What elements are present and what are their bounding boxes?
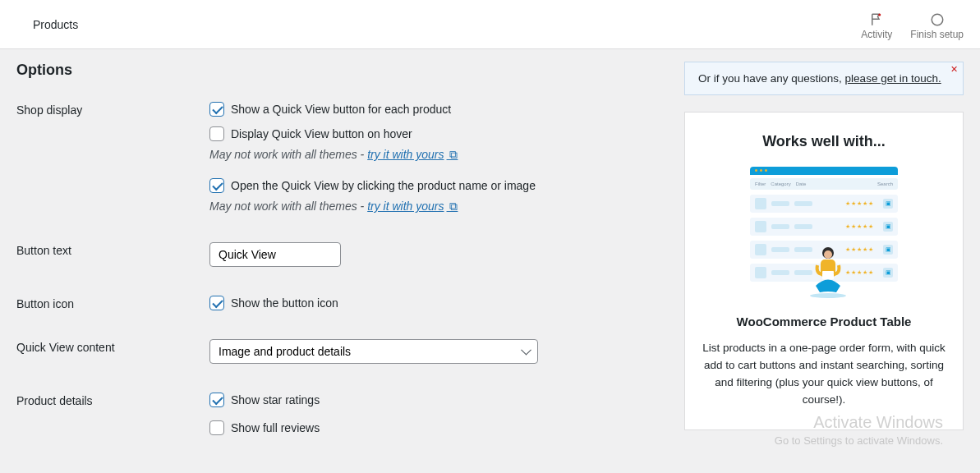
svg-point-2	[810, 293, 846, 298]
external-link-icon: ⧉	[447, 200, 458, 213]
external-link-icon: ⧉	[447, 148, 458, 161]
quick-view-content-select[interactable]: Image and product details	[209, 339, 538, 364]
display-on-hover-label: Display Quick View button on hover	[231, 127, 412, 140]
button-icon-row: Button icon Show the button icon	[16, 296, 668, 310]
info-box: ✕ Or if you have any questions, please g…	[684, 62, 964, 95]
full-reviews-checkbox[interactable]	[209, 420, 224, 435]
promo-illustration: FilterCategoryDateSearch ★★★★★▣ ★★★★★▣ ★…	[750, 167, 898, 298]
open-on-click-checkbox[interactable]	[209, 178, 224, 193]
close-icon[interactable]: ✕	[950, 64, 958, 75]
sidebar: ✕ Or if you have any questions, please g…	[684, 62, 964, 452]
topbar-actions: Activity Finish setup	[861, 9, 964, 40]
activity-label: Activity	[861, 29, 892, 40]
page-title: Products	[33, 18, 78, 31]
top-bar: Products Activity Finish setup	[0, 0, 980, 49]
promo-product-name: WooCommerce Product Table	[702, 315, 946, 328]
product-details-row: Product details Show star ratings Show f…	[16, 393, 668, 435]
product-details-label: Product details	[16, 393, 209, 407]
svg-point-1	[932, 14, 943, 25]
promo-box: Works well with... FilterCategoryDateSea…	[684, 112, 964, 430]
svg-rect-6	[822, 271, 834, 279]
click-hint: May not work with all themes - try it wi…	[209, 200, 668, 214]
shop-display-label: Shop display	[16, 102, 209, 117]
star-ratings-label: Show star ratings	[231, 393, 320, 406]
promo-heading: Works well with...	[702, 133, 946, 150]
get-in-touch-link[interactable]: please get in touch.	[845, 72, 941, 85]
quick-view-content-label: Quick View content	[16, 339, 209, 354]
button-text-input[interactable]	[209, 242, 341, 267]
options-heading: Options	[16, 62, 668, 79]
quick-view-content-row: Quick View content Image and product det…	[16, 339, 668, 364]
promo-description: List products in a one-page order form, …	[702, 340, 946, 409]
show-button-icon-label: Show the button icon	[231, 296, 338, 310]
hover-hint: May not work with all themes - try it wi…	[209, 148, 668, 162]
activity-button[interactable]: Activity	[861, 12, 892, 40]
flag-icon	[869, 12, 884, 27]
shop-display-row: Shop display Show a Quick View button fo…	[16, 102, 668, 214]
button-icon-label: Button icon	[16, 296, 209, 310]
show-button-icon-checkbox[interactable]	[209, 296, 224, 310]
show-quick-view-checkbox[interactable]	[209, 102, 224, 117]
button-text-row: Button text	[16, 242, 668, 267]
full-reviews-label: Show full reviews	[231, 421, 320, 434]
display-on-hover-checkbox[interactable]	[209, 126, 224, 141]
button-text-label: Button text	[16, 242, 209, 257]
settings-panel: Options Shop display Show a Quick View b…	[16, 62, 668, 452]
try-theme-link-2[interactable]: try it with yours ⧉	[367, 200, 458, 213]
svg-point-0	[879, 13, 881, 16]
circle-icon	[930, 12, 945, 27]
finish-setup-button[interactable]: Finish setup	[910, 12, 964, 40]
person-icon	[807, 245, 849, 298]
try-theme-link-1[interactable]: try it with yours ⧉	[367, 148, 458, 161]
svg-point-5	[824, 250, 832, 259]
show-quick-view-label: Show a Quick View button for each produc…	[231, 103, 451, 116]
open-on-click-label: Open the Quick View by clicking the prod…	[231, 179, 536, 192]
finish-setup-label: Finish setup	[910, 29, 964, 40]
star-ratings-checkbox[interactable]	[209, 393, 224, 407]
